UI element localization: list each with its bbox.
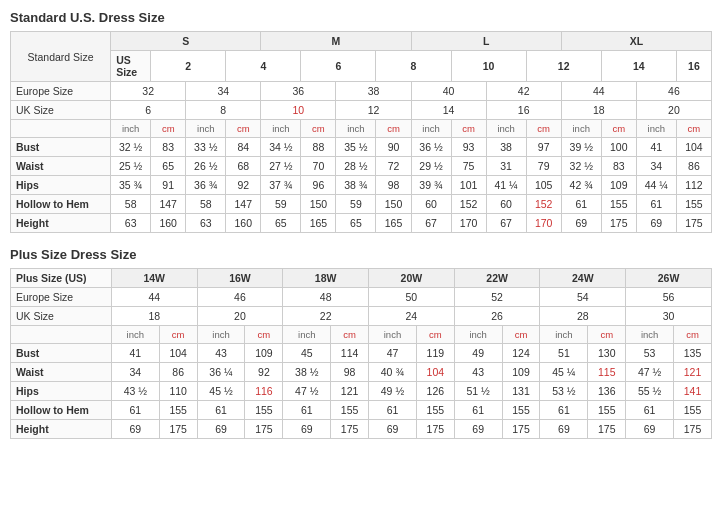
table-cell: 47 [369,344,417,363]
table-cell: 18 [561,101,636,120]
table-cell: 34 [186,82,261,101]
table-cell: 165 [301,214,336,233]
table-cell: 170 [451,214,486,233]
table-cell: 96 [301,176,336,195]
table-cell: 69 [561,214,601,233]
table-cell: 124 [502,344,540,363]
table-cell: 52 [454,288,540,307]
table-cell: Hips [11,382,112,401]
table-cell: 93 [451,138,486,157]
table-cell: Plus Size (US) [11,269,112,288]
table-cell: 65 [151,157,186,176]
table-cell: Height [11,214,111,233]
table-cell: UK Size [11,101,111,120]
table-cell: 92 [226,176,261,195]
table-cell: 26W [626,269,712,288]
table-cell: 12 [336,101,411,120]
table-cell: 69 [626,420,674,439]
table-cell: 32 [111,82,186,101]
l-group-header: L [411,32,561,51]
table-cell: inch [636,120,676,138]
table-cell: 14 [411,101,486,120]
table-cell: cm [502,326,540,344]
table-cell: 72 [376,157,411,176]
table-cell: 45 ¼ [540,363,588,382]
table-cell: 119 [416,344,454,363]
table-cell: 26 [454,307,540,326]
table-cell: inch [626,326,674,344]
table-cell: 61 [283,401,331,420]
table-cell: 46 [197,288,283,307]
table-cell: cm [676,120,711,138]
table-cell: 51 ½ [454,382,502,401]
table-cell: 20 [636,101,711,120]
table-cell: 155 [676,195,711,214]
table-cell: 40 ¾ [369,363,417,382]
table-cell: 32 ½ [111,138,151,157]
table-cell: 20W [369,269,455,288]
table-cell: 109 [502,363,540,382]
table-cell: 126 [416,382,454,401]
table-cell: 53 ½ [540,382,588,401]
plus-title: Plus Size Dress Size [10,247,712,262]
table-cell: 98 [376,176,411,195]
table-cell: 36 ½ [411,138,451,157]
table-cell: inch [561,120,601,138]
table-cell: 69 [540,420,588,439]
table-cell: Waist [11,363,112,382]
table-cell: 175 [245,420,283,439]
table-cell: 55 ½ [626,382,674,401]
table-cell: 56 [626,288,712,307]
table-cell: 38 [336,82,411,101]
table-cell: 63 [111,214,151,233]
table-cell: 38 [486,138,526,157]
table-cell: 6 [301,51,376,82]
table-cell: 175 [502,420,540,439]
table-cell: 36 ¾ [186,176,226,195]
us-size-label: US Size [111,51,151,82]
standard-dress-size-table: Standard Size S M L XL US Size2468101214… [10,31,712,233]
table-cell: cm [301,120,336,138]
table-cell: 155 [245,401,283,420]
table-cell: 4 [226,51,301,82]
table-cell: 37 ¾ [261,176,301,195]
table-cell: 84 [226,138,261,157]
xl-group-header: XL [561,32,711,51]
table-cell: 50 [369,288,455,307]
table-cell: 38 ¾ [336,176,376,195]
table-cell: 150 [301,195,336,214]
table-cell: 49 ½ [369,382,417,401]
table-cell: 31 [486,157,526,176]
table-cell: 14W [111,269,197,288]
table-cell: 88 [301,138,336,157]
table-cell: 22W [454,269,540,288]
table-cell: 86 [676,157,711,176]
table-cell: 68 [226,157,261,176]
table-cell: 38 ½ [283,363,331,382]
table-cell: 43 [197,344,245,363]
table-cell: cm [245,326,283,344]
table-cell: 152 [451,195,486,214]
table-cell: 61 [454,401,502,420]
table-cell: 69 [454,420,502,439]
table-cell: 34 [111,363,159,382]
table-cell: cm [159,326,197,344]
table-cell: 104 [416,363,454,382]
table-cell: 2 [151,51,226,82]
table-cell: cm [601,120,636,138]
table-cell: 10 [261,101,336,120]
table-cell: 53 [626,344,674,363]
table-cell: 35 ½ [336,138,376,157]
table-cell: 47 ½ [283,382,331,401]
standard-title: Standard U.S. Dress Size [10,10,712,25]
table-cell: 49 [454,344,502,363]
table-cell: 90 [376,138,411,157]
table-cell: 45 [283,344,331,363]
table-cell: 61 [197,401,245,420]
table-cell: 63 [186,214,226,233]
table-cell: 105 [526,176,561,195]
table-cell: 30 [626,307,712,326]
table-cell: 130 [588,344,626,363]
table-cell: 60 [486,195,526,214]
table-cell: 44 [561,82,636,101]
